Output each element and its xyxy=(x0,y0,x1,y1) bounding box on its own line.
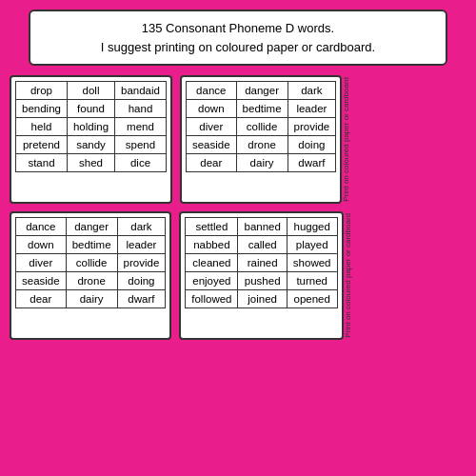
word-cell: played xyxy=(287,235,337,253)
side-label-container-2: Print on coloured paper or cardboard xyxy=(344,211,357,340)
word-cell: cleaned xyxy=(186,253,238,271)
word-cell: pretend xyxy=(16,136,68,154)
word-cell: doing xyxy=(117,271,166,289)
word-cell: leader xyxy=(117,235,166,253)
word-cell: collide xyxy=(66,253,117,271)
table-row: downbedtimeleader xyxy=(16,235,166,253)
word-cell: dwarf xyxy=(288,154,336,172)
main-content: dropdollbandaidbendingfoundhandheldholdi… xyxy=(10,75,466,340)
word-cell: dark xyxy=(288,82,336,100)
word-cell: bandaid xyxy=(115,82,167,100)
word-cell: seaside xyxy=(186,136,236,154)
header-line2: I suggest printing on coloured paper or … xyxy=(46,38,430,57)
table-row: cleanedrainedshowed xyxy=(186,253,337,271)
word-cell: called xyxy=(238,235,287,253)
word-cell: provide xyxy=(288,118,336,136)
word-cell: hand xyxy=(115,100,167,118)
word-cell: dark xyxy=(117,217,166,235)
word-cell: drone xyxy=(236,136,288,154)
table-row: deardairydwarf xyxy=(16,289,166,307)
word-cell: sandy xyxy=(67,136,114,154)
word-cell: danger xyxy=(236,82,288,100)
word-cell: mend xyxy=(115,118,167,136)
table-row: bendingfoundhand xyxy=(16,100,167,118)
word-cell: banned xyxy=(238,217,287,235)
word-cell: opened xyxy=(287,289,337,307)
side-label-container-1: Print on coloured paper or cardboard xyxy=(342,75,355,204)
table-row: followedjoinedopened xyxy=(186,289,337,307)
word-cell: bending xyxy=(16,100,68,118)
side-label-1: Print on coloured paper or cardboard xyxy=(342,75,355,204)
side-label-2: Print on coloured paper or cardboard xyxy=(344,211,357,340)
table-row: divercollideprovide xyxy=(16,253,166,271)
table-row: enjoyedpushedturned xyxy=(186,271,337,289)
word-cell: seaside xyxy=(16,271,67,289)
word-table-4: settledbannedhuggednabbedcalledplayedcle… xyxy=(185,217,337,308)
word-cell: bedtime xyxy=(236,100,288,118)
table-row: settledbannedhugged xyxy=(186,217,337,235)
word-card-1: dropdollbandaidbendingfoundhandheldholdi… xyxy=(10,75,172,204)
card-with-label-2: dancedangerdarkdownbedtimeleaderdivercol… xyxy=(180,75,355,204)
word-cell: stand xyxy=(16,154,68,172)
word-cell: turned xyxy=(287,271,337,289)
word-table-3: dancedangerdarkdownbedtimeleaderdivercol… xyxy=(15,217,166,308)
word-cell: joined xyxy=(238,289,287,307)
table-row: dancedangerdark xyxy=(16,217,166,235)
card-with-label-4: settledbannedhuggednabbedcalledplayedcle… xyxy=(179,211,356,340)
word-cell: bedtime xyxy=(66,235,117,253)
table-row: standsheddice xyxy=(16,154,167,172)
word-cell: spend xyxy=(115,136,167,154)
word-cell: pushed xyxy=(238,271,287,289)
word-cell: dear xyxy=(16,289,67,307)
table-row: pretendsandyspend xyxy=(16,136,167,154)
word-card-3: dancedangerdarkdownbedtimeleaderdivercol… xyxy=(10,211,171,340)
table-row: dropdollbandaid xyxy=(16,82,167,100)
word-cell: doll xyxy=(67,82,114,100)
top-row: dropdollbandaidbendingfoundhandheldholdi… xyxy=(10,75,466,204)
word-table-1: dropdollbandaidbendingfoundhandheldholdi… xyxy=(15,81,167,172)
word-table-2: dancedangerdarkdownbedtimeleaderdivercol… xyxy=(186,81,336,172)
word-cell: shed xyxy=(67,154,114,172)
bottom-row: dancedangerdarkdownbedtimeleaderdivercol… xyxy=(10,211,466,340)
word-cell: drop xyxy=(16,82,68,100)
word-cell: leader xyxy=(288,100,336,118)
word-cell: dance xyxy=(186,82,236,100)
word-cell: dice xyxy=(115,154,167,172)
table-row: heldholdingmend xyxy=(16,118,167,136)
table-row: seasidedronedoing xyxy=(186,136,335,154)
table-row: seasidedronedoing xyxy=(16,271,166,289)
header-line1: 135 Consonant Phoneme D words. xyxy=(46,19,430,38)
word-cell: nabbed xyxy=(186,235,238,253)
word-cell: rained xyxy=(238,253,287,271)
table-row: downbedtimeleader xyxy=(186,100,335,118)
word-cell: hugged xyxy=(287,217,337,235)
word-card-2: dancedangerdarkdownbedtimeleaderdivercol… xyxy=(180,75,342,204)
word-cell: dwarf xyxy=(117,289,166,307)
word-cell: diver xyxy=(186,118,236,136)
word-card-4: settledbannedhuggednabbedcalledplayedcle… xyxy=(179,211,343,340)
word-cell: provide xyxy=(117,253,166,271)
word-cell: followed xyxy=(186,289,238,307)
word-cell: dear xyxy=(186,154,236,172)
word-cell: diver xyxy=(16,253,67,271)
word-cell: dairy xyxy=(236,154,288,172)
table-row: divercollideprovide xyxy=(186,118,335,136)
table-row: dancedangerdark xyxy=(186,82,335,100)
word-cell: holding xyxy=(67,118,114,136)
word-cell: held xyxy=(16,118,68,136)
word-cell: down xyxy=(186,100,236,118)
word-cell: enjoyed xyxy=(186,271,238,289)
header-card: 135 Consonant Phoneme D words. I suggest… xyxy=(29,10,447,66)
word-cell: drone xyxy=(66,271,117,289)
word-cell: found xyxy=(67,100,114,118)
word-cell: danger xyxy=(66,217,117,235)
word-cell: dairy xyxy=(66,289,117,307)
word-cell: settled xyxy=(186,217,238,235)
table-row: deardairydwarf xyxy=(186,154,335,172)
word-cell: collide xyxy=(236,118,288,136)
word-cell: doing xyxy=(288,136,336,154)
word-cell: dance xyxy=(16,217,67,235)
word-cell: down xyxy=(16,235,67,253)
table-row: nabbedcalledplayed xyxy=(186,235,337,253)
word-cell: showed xyxy=(287,253,337,271)
